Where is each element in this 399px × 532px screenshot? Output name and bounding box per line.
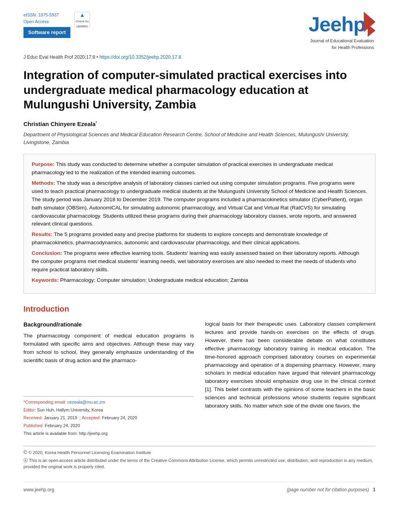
header-left-info: eISSN: 1975-5937 Open Access Software re…: [23, 12, 70, 39]
page: eISSN: 1975-5937 Open Access Software re…: [0, 0, 399, 532]
footer-citation-note: (page number not for citation purposes) …: [287, 486, 376, 493]
intro-left-para1: The pharmacology component of medical ed…: [23, 332, 194, 365]
jeehp-logo: Jeehp Journal of Educational Evaluation …: [309, 12, 376, 50]
editor-label: Editor:: [23, 408, 36, 412]
eissn-label: eISSN: 1975-5937: [23, 12, 70, 18]
results-label: Results:: [32, 231, 52, 237]
corresponding-label: *Corresponding email:: [23, 400, 66, 404]
header-left-row: eISSN: 1975-5937 Open Access Software re…: [23, 12, 90, 39]
check-updates-badge: ▲ Check for updates: [74, 12, 90, 27]
abstract-results: Results: The 5 programs provided easy an…: [32, 231, 367, 247]
open-access-label: Open Access: [23, 18, 70, 25]
received-value: January 21, 2019: [44, 415, 77, 420]
badge-text2: updates: [77, 24, 88, 29]
footer-url[interactable]: www.jeehp.org: [23, 486, 54, 493]
methods-text: The study was a descriptive analysis of …: [32, 180, 367, 227]
jeehp-subtitle: Journal of Educational Evaluation for He…: [310, 38, 374, 50]
main-title: Integration of computer-simulated practi…: [23, 68, 376, 112]
section-subheading: Background/rationale: [23, 320, 194, 329]
conclusion-label: Conclusion:: [32, 250, 62, 256]
page-number: 1: [373, 487, 376, 492]
introduction-title: Introduction: [23, 303, 376, 315]
footnote-area: *Corresponding email: cezeala@mu.ac.zm E…: [23, 396, 194, 437]
published-value: February 24, 2020: [45, 423, 80, 428]
accepted-value: February 24, 2020: [102, 415, 137, 420]
author-affiliation: Department of Physiological Sciences and…: [23, 131, 376, 146]
footnote-available: This article is available from: http://j…: [23, 430, 194, 437]
methods-label: Methods:: [32, 180, 55, 186]
author-superscript: *: [95, 121, 97, 124]
copyright-line1: © © 2020, Korea Health Personnel Licensi…: [23, 449, 376, 456]
header-left: eISSN: 1975-5937 Open Access Software re…: [23, 12, 90, 39]
abstract-box: Purpose: This study was conducted to det…: [23, 154, 376, 294]
results-text: The 5 programs provided easy and precise…: [32, 231, 327, 245]
footnote-published: Published: February 24, 2020: [23, 422, 194, 429]
journal-subtitle1: Journal of Educational Evaluation: [310, 38, 374, 43]
intro-right-para1: logical basis for their therapeutic uses…: [205, 320, 376, 410]
page-footer: www.jeehp.org (page number not for citat…: [23, 482, 376, 493]
accepted-label: Accepted:: [82, 415, 101, 420]
doi-link[interactable]: https://doi.org/10.3352/jeehp.2020.17.8: [99, 54, 181, 60]
two-column-layout: Background/rationale The pharmacology co…: [23, 320, 376, 438]
jeehp-title: Jeehp: [309, 14, 365, 34]
arrow-small-icon: [368, 24, 376, 37]
conclusion-text: The programs were effective learning too…: [32, 250, 359, 272]
editor-value: Sun Huh, Hallym University, Korea: [37, 408, 103, 412]
copyright-section: © © 2020, Korea Health Personnel Licensi…: [23, 446, 376, 470]
keywords-label: Keywords:: [32, 277, 59, 283]
published-label: Published:: [23, 423, 43, 428]
purpose-text: This study was conducted to determine wh…: [32, 161, 333, 175]
copyright-line2: Ⓐ This is an open-access article distrib…: [23, 457, 376, 470]
corresponding-email: cezeala@mu.ac.zm: [67, 400, 105, 404]
check-icon: ▲: [79, 11, 85, 19]
purpose-label: Purpose:: [32, 161, 55, 167]
abstract-methods: Methods: The study was a descriptive ana…: [32, 179, 367, 229]
abstract-conclusion: Conclusion: The programs were effective …: [32, 249, 367, 274]
jeehp-arrows: [364, 12, 376, 37]
footer-italic: (page number not for citation purposes): [287, 487, 369, 492]
footnote-editor: Editor: Sun Huh, Hallym University, Kore…: [23, 407, 194, 413]
keywords-text: Pharmacology; Computer simulation; Under…: [59, 277, 248, 283]
badge-text: Check for: [75, 19, 89, 24]
left-column: Background/rationale The pharmacology co…: [23, 320, 194, 438]
doi-line: J Educ Eval Health Prof 2020;17:8 • http…: [23, 54, 376, 61]
journal-subtitle2: for Health Professions: [332, 45, 374, 50]
author-name: Christian Chinyere Ezeala*: [23, 120, 376, 129]
abstract-keywords: Keywords: Pharmacology; Computer simulat…: [32, 276, 367, 285]
footnote-received: Received: January 21, 2019 ; Accepted: F…: [23, 415, 194, 421]
jeehp-logo-top: Jeehp: [309, 12, 376, 37]
right-column: logical basis for their therapeutic uses…: [205, 320, 376, 438]
software-report-badge: Software report: [23, 27, 70, 38]
received-label: Received:: [23, 415, 43, 420]
footnote-corresponding: *Corresponding email: cezeala@mu.ac.zm: [23, 399, 194, 406]
abstract-purpose: Purpose: This study was conducted to det…: [32, 161, 367, 177]
header: eISSN: 1975-5937 Open Access Software re…: [23, 12, 376, 50]
